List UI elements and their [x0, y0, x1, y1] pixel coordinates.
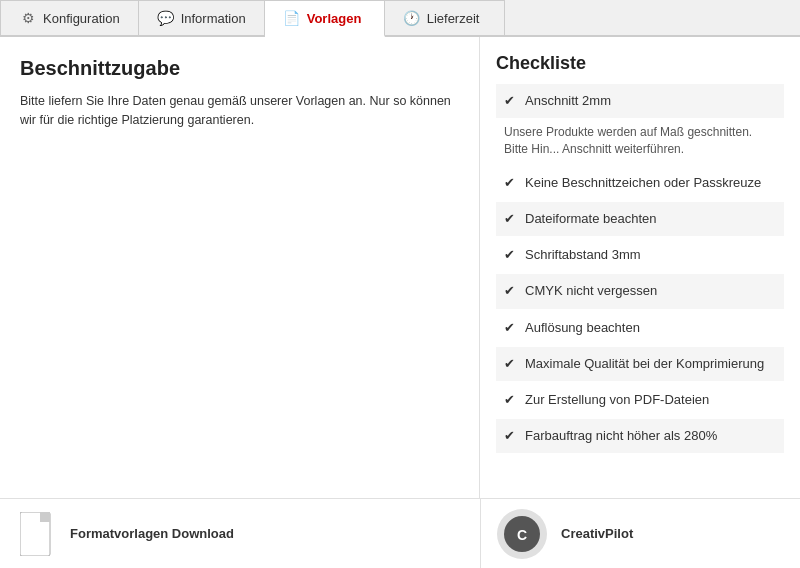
tab-bar: ⚙ Konfiguration 💬 Information 📄 Vorlagen… — [0, 0, 800, 37]
right-panel: Checkliste ✔ Anschnitt 2mm Unsere Produk… — [480, 37, 800, 563]
info-icon: 💬 — [157, 9, 175, 27]
bottom-row: Formatvorlagen Download C CreativPilot — [0, 498, 800, 568]
item-description: Unsere Produkte werden auf Maß geschnitt… — [496, 120, 784, 166]
checklist-item-label: Auflösung beachten — [525, 319, 640, 337]
pdf-icon — [20, 512, 56, 556]
checklist-item-label: Anschnitt 2mm — [525, 92, 611, 110]
checkmark-icon: ✔ — [504, 210, 515, 228]
left-panel: Beschnittzugabe Bitte liefern Sie Ihre D… — [0, 37, 480, 563]
checkmark-icon: ✔ — [504, 92, 515, 110]
tab-vorlagen-label: Vorlagen — [307, 11, 362, 26]
right-heading: Checkliste — [496, 53, 784, 74]
svg-rect-2 — [40, 512, 50, 522]
main-content: Beschnittzugabe Bitte liefern Sie Ihre D… — [0, 37, 800, 563]
tab-information[interactable]: 💬 Information — [139, 0, 265, 35]
checkmark-icon: ✔ — [504, 427, 515, 445]
checklist-item-label: Schriftabstand 3mm — [525, 246, 641, 264]
checkmark-icon: ✔ — [504, 282, 515, 300]
list-item: ✔ Schriftabstand 3mm — [496, 238, 784, 272]
checklist-item-label: Maximale Qualität bei der Komprimierung — [525, 355, 764, 373]
file-icon: 📄 — [283, 9, 301, 27]
tab-information-label: Information — [181, 11, 246, 26]
checkmark-icon: ✔ — [504, 355, 515, 373]
checkmark-icon: ✔ — [504, 319, 515, 337]
list-item: ✔ Keine Beschnittzeichen oder Passkreuze — [496, 166, 784, 200]
checklist-item-label: Farbauftrag nicht höher als 280% — [525, 427, 717, 445]
checkmark-icon: ✔ — [504, 246, 515, 264]
bottom-right-label: CreativPilot — [561, 526, 633, 541]
checklist-item-label: CMYK nicht vergessen — [525, 282, 657, 300]
tab-vorlagen[interactable]: 📄 Vorlagen — [265, 0, 385, 37]
svg-text:C: C — [517, 527, 527, 543]
list-item: ✔ Dateiformate beachten — [496, 202, 784, 236]
tab-lieferzeit-label: Lieferzeit — [427, 11, 480, 26]
list-item: ✔ Anschnitt 2mm — [496, 84, 784, 118]
bottom-left-label: Formatvorlagen Download — [70, 526, 234, 541]
list-item: ✔ Farbauftrag nicht höher als 280% — [496, 419, 784, 453]
checkmark-icon: ✔ — [504, 391, 515, 409]
bottom-right: C CreativPilot — [480, 499, 800, 568]
list-item: ✔ Zur Erstellung von PDF-Dateien — [496, 383, 784, 417]
checklist-item-label: Dateiformate beachten — [525, 210, 657, 228]
list-item: ✔ Maximale Qualität bei der Komprimierun… — [496, 347, 784, 381]
tab-konfiguration-label: Konfiguration — [43, 11, 120, 26]
bottom-left: Formatvorlagen Download — [0, 499, 480, 568]
creativpilot-logo-icon: C — [497, 509, 547, 559]
tab-lieferzeit[interactable]: 🕐 Lieferzeit — [385, 0, 505, 35]
checkmark-icon: ✔ — [504, 174, 515, 192]
list-item: ✔ Auflösung beachten — [496, 311, 784, 345]
checklist-item-label: Zur Erstellung von PDF-Dateien — [525, 391, 709, 409]
list-item: ✔ CMYK nicht vergessen — [496, 274, 784, 308]
tab-konfiguration[interactable]: ⚙ Konfiguration — [0, 0, 139, 35]
left-heading: Beschnittzugabe — [20, 57, 459, 80]
gear-icon: ⚙ — [19, 9, 37, 27]
checklist-item-label: Keine Beschnittzeichen oder Passkreuze — [525, 174, 761, 192]
left-body: Bitte liefern Sie Ihre Daten genau gemäß… — [20, 92, 459, 130]
clock-icon: 🕐 — [403, 9, 421, 27]
